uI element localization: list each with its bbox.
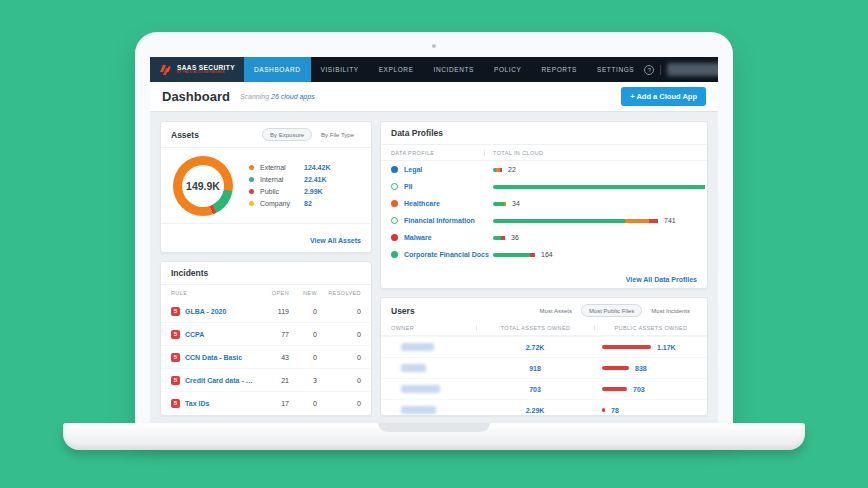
public-assets-value[interactable]: 78 [611, 407, 619, 414]
tab-most-incidents[interactable]: Most Incidents [644, 305, 697, 316]
total-assets-value[interactable]: 703 [476, 386, 594, 393]
tab-most-assets[interactable]: Most Assets [533, 305, 579, 316]
nav-tab-incidents[interactable]: INCIDENTS [424, 57, 484, 82]
brand-logo-block[interactable]: SAAS SECURITY BY PALO ALTO NETWORKS [150, 57, 244, 82]
new-count: 3 [289, 377, 317, 384]
nav-right-group: ? [644, 57, 718, 82]
help-icon[interactable]: ? [644, 65, 654, 75]
public-assets-value[interactable]: 838 [635, 365, 647, 372]
public-assets-cell: 78 [594, 407, 707, 414]
brand-subtitle: BY PALO ALTO NETWORKS [177, 71, 235, 75]
col-rule: RULE [171, 290, 253, 296]
laptop-frame: SAAS SECURITY BY PALO ALTO NETWORKS DASH… [135, 32, 733, 433]
profile-link[interactable]: Malware [404, 234, 432, 241]
user-row: 2.29K 78 [381, 399, 707, 416]
col-owner: OWNER [381, 325, 476, 331]
owner-name-redacted[interactable] [401, 385, 440, 393]
assets-body: 149.9K External 124.42K Internal [161, 148, 371, 223]
healthcare-profile-icon [391, 200, 398, 207]
profile-value: 741 [664, 217, 676, 224]
profile-link[interactable]: Corporate Financial Docs [404, 251, 489, 258]
total-assets-value[interactable]: 918 [476, 365, 594, 372]
profile-link[interactable]: PII [404, 183, 413, 190]
severity-badge: 5 [171, 353, 180, 362]
legend-value[interactable]: 22.41K [304, 176, 327, 183]
owner-name-redacted[interactable] [401, 406, 436, 414]
new-count: 0 [289, 400, 317, 407]
cloud-apps-link[interactable]: 26 cloud apps [271, 93, 315, 100]
public-assets-bar [602, 408, 605, 412]
incident-rule-link[interactable]: Tax IDs [185, 400, 253, 407]
open-count: 119 [253, 308, 289, 315]
legend-label: Company [260, 200, 304, 207]
profile-value: 34 [512, 200, 520, 207]
profile-row-legal: Legal 22 [381, 161, 707, 178]
col-data-profile: DATA PROFILE [381, 150, 485, 156]
assets-card-header: Assets By Exposure By File Type [161, 122, 371, 148]
profile-bar: 164 [485, 251, 707, 258]
incidents-card: Incidents RULE OPEN NEW RESOLVED 5 GLBA … [160, 261, 372, 416]
assets-title: Assets [171, 130, 199, 140]
add-cloud-app-button[interactable]: + Add a Cloud App [621, 87, 706, 106]
malware-profile-icon [391, 234, 398, 241]
legend-label: Internal [260, 176, 304, 183]
legal-profile-icon [391, 166, 398, 173]
profile-link[interactable]: Financial Information [404, 217, 475, 224]
toggle-by-exposure[interactable]: By Exposure [262, 128, 312, 141]
incident-rule-link[interactable]: GLBA - 2020 [185, 308, 253, 315]
public-assets-value[interactable]: 1.17K [657, 344, 676, 351]
incident-row: 5 CCPA 77 0 0 [161, 322, 371, 345]
view-all-assets-link[interactable]: View All Assets [310, 237, 361, 244]
legend-row-internal: Internal 22.41K [249, 176, 359, 183]
open-count: 43 [253, 354, 289, 361]
nav-tab-settings[interactable]: SETTINGS [587, 57, 644, 82]
profile-row-malware: Malware 36 [381, 229, 707, 246]
laptop-base [63, 423, 805, 450]
data-profiles-card: Data Profiles DATA PROFILE TOTAL IN CLOU… [380, 121, 708, 289]
assets-footer: View All Assets [161, 223, 371, 252]
tab-most-public-files[interactable]: Most Public Files [581, 304, 642, 317]
resolved-count: 0 [317, 400, 361, 407]
total-assets-value[interactable]: 2.72K [476, 344, 594, 351]
users-tab-group: Most Assets Most Public Files Most Incid… [533, 304, 697, 317]
profile-bar: 741 [485, 217, 707, 224]
user-account-redacted[interactable] [667, 63, 718, 76]
profile-link[interactable]: Legal [404, 166, 422, 173]
incidents-card-header: Incidents [161, 262, 371, 285]
view-all-data-profiles-link[interactable]: View All Data Profiles [626, 276, 697, 283]
severity-badge: 5 [171, 376, 180, 385]
incident-rule-link[interactable]: CCPA [185, 331, 253, 338]
public-assets-bar [602, 387, 627, 391]
user-row: 918 838 [381, 357, 707, 378]
users-title: Users [391, 306, 415, 316]
legend-value[interactable]: 2.99K [304, 188, 323, 195]
scanning-status: Scanning 26 cloud apps [240, 93, 315, 100]
nav-tab-dashboard[interactable]: DASHBOARD [244, 57, 311, 82]
legend-value[interactable]: 82 [304, 200, 312, 207]
incident-rule-link[interactable]: CCN Data - Basic [185, 354, 253, 361]
incident-row: 5 Credit Card data - CE... 21 3 0 [161, 368, 371, 391]
incident-rule-link[interactable]: Credit Card data - CE... [185, 377, 253, 384]
assets-toggle-group: By Exposure By File Type [262, 128, 361, 141]
public-assets-value[interactable]: 703 [633, 386, 645, 393]
resolved-count: 0 [317, 331, 361, 338]
owner-name-redacted[interactable] [401, 343, 434, 351]
incidents-table-header: RULE OPEN NEW RESOLVED [161, 285, 371, 300]
incident-row: 5 Tax IDs 17 0 0 [161, 391, 371, 414]
legend-row-public: Public 2.99K [249, 188, 359, 195]
legend-row-external: External 124.42K [249, 164, 359, 171]
nav-tab-policy[interactable]: POLICY [484, 57, 531, 82]
col-total-assets-owned: TOTAL ASSETS OWNED [476, 325, 594, 331]
profile-link[interactable]: Healthcare [404, 200, 440, 207]
nav-tab-explore[interactable]: EXPLORE [369, 57, 424, 82]
legend-value[interactable]: 124.42K [304, 164, 330, 171]
incidents-title: Incidents [171, 268, 208, 278]
nav-tab-reports[interactable]: REPORTS [531, 57, 587, 82]
owner-name-redacted[interactable] [401, 364, 426, 372]
users-table-header: OWNER TOTAL ASSETS OWNED PUBLIC ASSETS O… [381, 320, 707, 336]
total-assets-value[interactable]: 2.29K [476, 407, 594, 414]
nav-tab-visibility[interactable]: VISIBILITY [311, 57, 369, 82]
new-count: 0 [289, 354, 317, 361]
resolved-count: 0 [317, 354, 361, 361]
toggle-by-file-type[interactable]: By File Type [314, 129, 361, 140]
